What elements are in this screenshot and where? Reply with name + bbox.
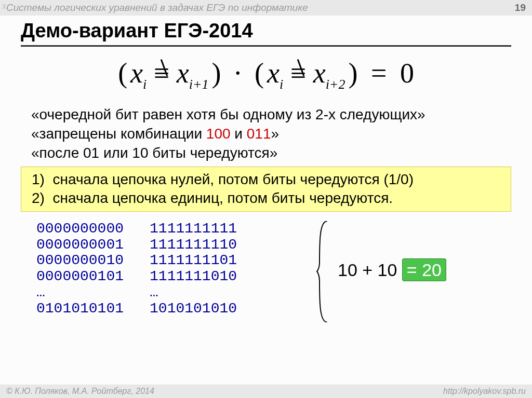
footer: © К.Ю. Поляков, М.А. Ройтберг, 2014 http… [0,385,532,398]
bits-row: 0101010101 [36,301,124,317]
slide-title: Демо-вариант ЕГЭ-2014 [21,20,511,47]
topic: Системы логических уравнений в задачах Е… [6,0,308,16]
bits-area: 0000000000 0000000001 0000000010 0000000… [36,221,511,317]
answer-badge: = 20 [402,258,446,281]
page-number: 19 [515,0,526,16]
bits-row: 1010101010 [150,301,237,317]
bits-row: 1111111110 [150,237,237,253]
bits-col-left: 0000000000 0000000001 0000000010 0000000… [36,221,124,317]
statement-3: «после 01 или 10 биты чередуются» [31,145,511,161]
copyright: © К.Ю. Поляков, М.А. Ройтберг, 2014 [6,385,154,398]
bits-row: 1111111010 [150,269,237,285]
top-bar: Системы логических уравнений в задачах Е… [0,0,532,16]
bits-row: 1111111111 [150,221,237,237]
statement-1: «очередной бит равен хотя бы одному из 2… [31,106,511,123]
statement-2: «запрещены комбинации 100 и 011» [31,126,511,142]
bits-row: … [36,285,124,301]
bits-row: 0000000101 [36,269,124,285]
bits-row: 0000000001 [36,237,124,253]
formula: (xi ≡ xi+1) · (xi ≡ xi+2) = 0 [0,57,532,92]
footer-url: http://kpolyakov.spb.ru [443,385,526,398]
bits-row: 1111111101 [150,253,237,269]
body: «очередной бит равен хотя бы одному из 2… [21,104,511,317]
bits-row: 0000000010 [36,253,124,269]
bits-row: 0000000000 [36,221,124,237]
bits-row: … [150,285,237,301]
result: 10 + 10 = 20 [338,260,446,280]
highlight-box: 1) сначала цепочка нулей, потом биты чер… [21,167,511,212]
bits-col-right: 1111111111 1111111110 1111111101 1111111… [150,221,237,317]
curly-brace-icon [312,221,332,322]
